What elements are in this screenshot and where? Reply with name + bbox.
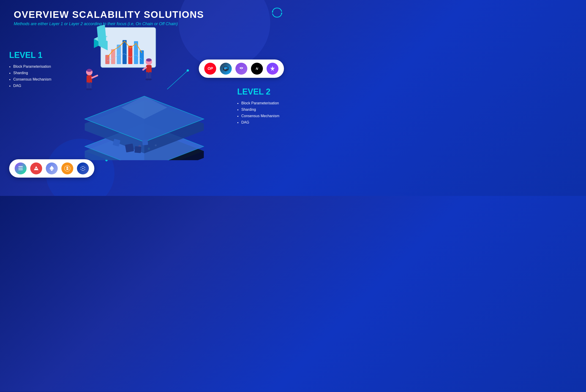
svg-rect-66 [134,146,141,153]
svg-point-12 [83,170,83,171]
ethereum-coin [46,162,58,174]
svg-line-52 [92,76,97,78]
svg-point-62 [148,78,152,80]
isometric-illustration [64,23,224,160]
svg-point-20 [84,170,84,171]
near-coin: N [251,63,263,74]
polygon-coin [235,63,247,74]
svg-point-16 [84,169,85,170]
level1-section: LEVEL 1 Block Parameterisation Sharding … [9,50,51,90]
svg-point-63 [146,58,152,62]
level2-item-1: Block Parameterisation [237,101,279,105]
level1-item-4: DAG [9,84,51,88]
level2-title: LEVEL 2 [237,87,279,96]
svg-point-55 [87,69,92,72]
cardano-coin [77,162,89,174]
svg-point-15 [81,169,82,170]
level1-list: Block Parameterisation Sharding Consensu… [9,64,51,88]
logo-icon [270,7,284,18]
svg-rect-49 [87,75,92,83]
svg-point-19 [82,170,82,171]
solana-coin [15,162,27,174]
svg-rect-65 [125,144,134,152]
svg-rect-59 [149,72,151,80]
level1-logos [9,159,94,178]
svg-line-60 [143,68,146,70]
svg-point-18 [84,166,84,166]
svg-rect-58 [146,72,148,80]
level1-item-2: Sharding [9,71,51,75]
svg-rect-57 [146,65,152,73]
svg-rect-51 [89,82,92,89]
svg-marker-8 [50,166,54,169]
svg-point-13 [81,167,82,168]
avalanche-coin [30,162,42,174]
svg-point-54 [89,88,92,90]
level2-item-4: DAG [237,120,279,124]
svg-rect-40 [123,40,127,64]
starknet-coin [267,63,278,74]
svg-point-53 [86,88,89,90]
level2-item-3: Consensus Mechanism [237,114,279,118]
svg-rect-38 [111,49,115,64]
bitcoin-coin [61,162,73,174]
level1-title: LEVEL 1 [9,50,51,60]
level1-item-1: Block Parameterisation [9,64,51,69]
svg-point-11 [83,166,83,167]
level1-item-3: Consensus Mechanism [9,77,51,82]
main-title: OVERVIEW SCALABILITY SOLUTIONS [14,9,204,20]
svg-point-10 [83,168,84,169]
svg-rect-50 [87,82,89,89]
level2-list: Block Parameterisation Sharding Consensu… [237,101,279,124]
svg-rect-67 [142,139,148,145]
svg-text:A: A [224,68,226,70]
svg-rect-7 [35,168,37,169]
svg-rect-41 [128,46,132,64]
svg-rect-47 [97,24,106,42]
level2-item-2: Sharding [237,108,279,112]
svg-marker-22 [270,66,275,71]
svg-point-17 [82,166,82,166]
svg-point-14 [84,167,85,168]
svg-rect-37 [105,55,110,64]
level2-section: LEVEL 2 Block Parameterisation Sharding … [237,87,279,127]
